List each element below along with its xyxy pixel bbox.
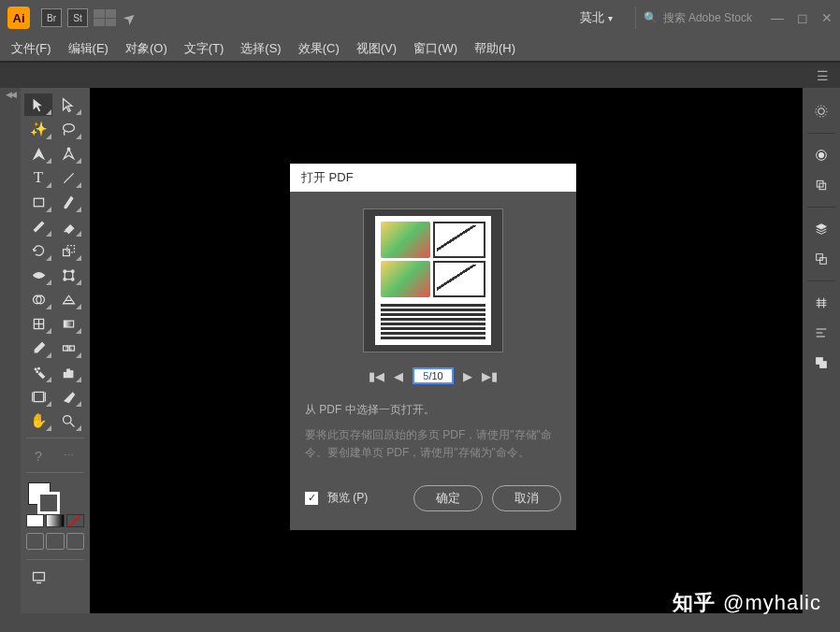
workspace-dropdown[interactable]: 莫北 — [580, 9, 613, 26]
next-page-button[interactable]: ▶ — [463, 369, 472, 383]
menu-file[interactable]: 文件(F) — [11, 40, 51, 57]
color-mode-none[interactable] — [66, 514, 84, 527]
draw-behind[interactable] — [46, 533, 64, 550]
first-page-button[interactable]: ▮◀ — [369, 369, 384, 383]
collapse-icon[interactable]: ◀◀ — [6, 90, 15, 99]
menu-help[interactable]: 帮助(H) — [474, 40, 515, 57]
prev-page-button[interactable]: ◀ — [394, 369, 403, 383]
menu-object[interactable]: 对象(O) — [125, 40, 167, 57]
align-icon[interactable] — [809, 321, 833, 345]
zoom-tool[interactable] — [54, 409, 82, 432]
watermark: 知乎 @myhalic — [673, 589, 821, 617]
libraries-icon[interactable] — [809, 143, 833, 167]
zhihu-logo: 知乎 — [673, 589, 716, 617]
dialog-title: 打开 PDF — [290, 164, 576, 192]
menu-type[interactable]: 文字(T) — [184, 40, 224, 57]
left-gutter: ◀◀ — [0, 88, 21, 613]
toolbox: ✨ T — [21, 88, 90, 613]
draw-inside[interactable] — [66, 533, 84, 550]
shaper-tool[interactable] — [24, 215, 52, 237]
free-transform-tool[interactable] — [54, 264, 82, 286]
bridge-icon[interactable]: Br — [41, 8, 62, 27]
line-tool[interactable] — [54, 166, 82, 189]
app-logo: Ai — [7, 7, 30, 29]
screen-mode[interactable] — [24, 566, 52, 588]
artboards-icon[interactable] — [809, 173, 833, 197]
ok-button[interactable]: 确定 — [413, 485, 483, 511]
dialog-instruction: 从 PDF 中选择一页打开。 — [305, 401, 561, 419]
type-tool[interactable]: T — [24, 166, 52, 189]
minimize-button[interactable]: — — [771, 10, 784, 25]
magic-wand-tool[interactable]: ✨ — [24, 118, 52, 140]
titlebar: Ai Br St ➤ 莫北 🔍 搜索 Adobe Stock — ◻ ✕ — [0, 0, 840, 36]
svg-point-37 — [818, 152, 823, 157]
properties-icon[interactable] — [809, 99, 833, 123]
open-pdf-dialog: 打开 PDF ▮◀ ◀ 5/10 ▶ ▶▮ 从 PDF 中选择一页打开。 要将此… — [290, 164, 576, 530]
artboard-tool[interactable] — [24, 385, 52, 408]
pathfinder-icon[interactable] — [809, 351, 833, 375]
svg-rect-24 — [64, 372, 66, 377]
menu-edit[interactable]: 编辑(E) — [68, 40, 109, 57]
direct-selection-tool[interactable] — [54, 93, 82, 116]
color-mode-fill[interactable] — [26, 514, 44, 527]
color-mode-gradient[interactable] — [46, 514, 64, 527]
perspective-grid-tool[interactable] — [54, 288, 82, 310]
toolbox-help[interactable]: ? — [24, 444, 52, 467]
mesh-tool[interactable] — [24, 312, 52, 335]
menu-view[interactable]: 视图(V) — [356, 40, 397, 57]
svg-rect-25 — [66, 369, 69, 378]
transform-icon[interactable] — [809, 291, 833, 315]
eraser-tool[interactable] — [54, 215, 82, 237]
selection-tool[interactable] — [24, 93, 52, 116]
gradient-tool[interactable] — [54, 312, 82, 335]
svg-point-8 — [71, 269, 74, 272]
assets-icon[interactable] — [809, 247, 833, 271]
menu-select[interactable]: 选择(S) — [240, 40, 281, 57]
menu-effect[interactable]: 效果(C) — [298, 40, 340, 57]
curvature-tool[interactable] — [54, 142, 82, 165]
symbol-sprayer-tool[interactable] — [24, 361, 52, 383]
shape-builder-tool[interactable] — [24, 288, 52, 310]
width-tool[interactable] — [24, 264, 52, 286]
svg-point-35 — [816, 106, 827, 117]
preview-checkbox[interactable]: ✓ — [305, 492, 318, 505]
svg-line-31 — [70, 423, 74, 426]
column-graph-tool[interactable] — [54, 361, 82, 383]
watermark-user: @myhalic — [723, 591, 821, 615]
search-box[interactable]: 🔍 搜索 Adobe Stock — [644, 10, 752, 26]
hand-tool[interactable]: ✋ — [24, 409, 52, 432]
rectangle-tool[interactable] — [24, 191, 52, 213]
close-button[interactable]: ✕ — [821, 10, 833, 25]
svg-point-0 — [63, 123, 74, 132]
default-colors — [24, 514, 86, 527]
svg-rect-3 — [34, 198, 43, 207]
stock-icon[interactable]: St — [67, 8, 88, 27]
menubar: 文件(F) 编辑(E) 对象(O) 文字(T) 选择(S) 效果(C) 视图(V… — [0, 36, 840, 62]
eyedropper-tool[interactable] — [24, 337, 52, 359]
rotate-tool[interactable] — [24, 239, 52, 262]
blend-tool[interactable] — [54, 337, 82, 359]
cancel-button[interactable]: 取消 — [492, 485, 561, 511]
maximize-button[interactable]: ◻ — [797, 10, 808, 25]
pen-tool[interactable] — [24, 142, 52, 165]
paintbrush-tool[interactable] — [54, 191, 82, 213]
svg-rect-20 — [65, 345, 70, 350]
svg-point-1 — [67, 148, 70, 151]
stroke-swatch[interactable] — [37, 492, 60, 514]
send-icon[interactable]: ➤ — [119, 7, 139, 29]
panel-menu-icon[interactable]: ☰ — [817, 68, 829, 83]
scale-tool[interactable] — [54, 239, 82, 262]
window-controls: — ◻ ✕ — [771, 10, 833, 25]
arrange-icon[interactable] — [94, 9, 116, 26]
toolbox-menu[interactable]: ⋯ — [54, 444, 82, 467]
draw-normal[interactable] — [26, 533, 44, 550]
menu-window[interactable]: 窗口(W) — [413, 40, 457, 57]
layers-icon[interactable] — [809, 217, 833, 241]
svg-rect-26 — [70, 370, 73, 377]
page-input[interactable]: 5/10 — [413, 367, 454, 384]
svg-rect-19 — [69, 345, 74, 350]
lasso-tool[interactable] — [54, 118, 82, 140]
last-page-button[interactable]: ▶▮ — [482, 369, 498, 383]
slice-tool[interactable] — [54, 385, 82, 408]
svg-rect-27 — [34, 392, 43, 401]
